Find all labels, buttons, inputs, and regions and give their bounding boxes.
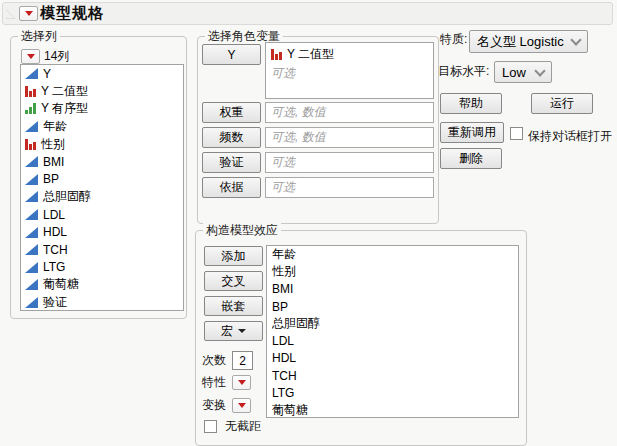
column-list-item[interactable]: TCH bbox=[21, 241, 183, 259]
nest-button[interactable]: 嵌套 bbox=[204, 296, 263, 316]
add-button[interactable]: 添加 bbox=[204, 246, 263, 266]
effects-group: 构造模型效应 添加交叉嵌套 宏 次数 2 特性 变换 无截距 年龄性别BMIBP… bbox=[195, 230, 527, 446]
effects-buttons: 添加交叉嵌套 bbox=[204, 246, 263, 316]
ordinal-column-icon bbox=[25, 103, 36, 114]
column-name: Y 有序型 bbox=[41, 100, 88, 117]
by-drop-zone[interactable]: 可选 bbox=[265, 177, 434, 198]
continuous-column-icon bbox=[25, 244, 38, 255]
weight-role-button[interactable]: 权重 bbox=[202, 102, 261, 123]
by-role-row: 依据可选 bbox=[198, 177, 438, 198]
column-name: 总胆固醇 bbox=[43, 188, 91, 205]
column-list-item[interactable]: Y bbox=[21, 65, 183, 83]
column-list-item[interactable]: 总胆固醇 bbox=[21, 188, 183, 206]
freq-drop-zone[interactable]: 可选, 数值 bbox=[265, 127, 434, 148]
continuous-column-icon bbox=[25, 174, 38, 185]
red-triangle-icon bbox=[238, 403, 246, 408]
degree-label: 次数 bbox=[202, 352, 226, 369]
select-columns-label: 选择列 bbox=[18, 29, 60, 43]
effects-list[interactable]: 年龄性别BMIBP总胆固醇LDLHDLTCHLTG葡萄糖 bbox=[266, 245, 519, 418]
macros-button[interactable]: 宏 bbox=[204, 321, 263, 341]
column-list-item[interactable]: HDL bbox=[21, 223, 183, 241]
effect-list-item[interactable]: 葡萄糖 bbox=[267, 402, 518, 418]
disclosure-triangle-icon[interactable] bbox=[6, 9, 16, 19]
effect-list-item[interactable]: BP bbox=[267, 298, 518, 315]
columns-red-triangle-button[interactable] bbox=[21, 49, 40, 64]
nominal-column-icon bbox=[25, 86, 36, 97]
continuous-column-icon bbox=[25, 191, 38, 202]
attributes-red-triangle-button[interactable] bbox=[232, 375, 251, 390]
remove-button[interactable]: 删除 bbox=[440, 148, 502, 169]
freq-role-button[interactable]: 频数 bbox=[202, 127, 261, 148]
red-triangle-menu-button[interactable] bbox=[19, 6, 38, 21]
effect-list-item[interactable]: 总胆固醇 bbox=[267, 315, 518, 332]
no-intercept-checkbox[interactable] bbox=[204, 420, 217, 433]
chevron-down-icon bbox=[570, 34, 581, 45]
validation-drop-zone[interactable]: 可选 bbox=[265, 152, 434, 173]
continuous-column-icon bbox=[25, 156, 38, 167]
personality-dropdown[interactable]: 名义型 Logistic bbox=[469, 30, 588, 53]
red-triangle-icon bbox=[238, 380, 246, 385]
effect-list-item[interactable]: BMI bbox=[267, 281, 518, 298]
no-intercept-label: 无截距 bbox=[225, 418, 261, 435]
target-level-dropdown[interactable]: Low bbox=[494, 61, 552, 83]
by-role-button[interactable]: 依据 bbox=[202, 177, 261, 198]
recall-button[interactable]: 重新调用 bbox=[440, 122, 504, 143]
column-name: HDL bbox=[43, 225, 67, 239]
effect-list-item[interactable]: HDL bbox=[267, 350, 518, 367]
column-name: 验证 bbox=[43, 294, 67, 311]
placeholder-text: 可选, 数值 bbox=[271, 104, 326, 121]
effect-list-item[interactable]: LDL bbox=[267, 332, 518, 349]
column-list-item[interactable]: 验证 bbox=[21, 294, 183, 311]
transform-row: 变换 bbox=[202, 397, 251, 414]
target-level-value: Low bbox=[502, 65, 526, 80]
y-assigned-item[interactable]: Y 二值型 bbox=[266, 43, 433, 63]
keep-dialog-open-checkbox[interactable] bbox=[510, 127, 523, 140]
column-list-item[interactable]: BMI bbox=[21, 153, 183, 171]
column-list-item[interactable]: BP bbox=[21, 171, 183, 189]
column-list-item[interactable]: LTG bbox=[21, 259, 183, 277]
run-button[interactable]: 运行 bbox=[531, 93, 593, 114]
validation-role-button[interactable]: 验证 bbox=[202, 152, 261, 173]
columns-count: 14列 bbox=[44, 48, 69, 65]
cross-button[interactable]: 交叉 bbox=[204, 271, 263, 291]
y-assigned-label: Y 二值型 bbox=[287, 46, 334, 63]
column-name: LDL bbox=[43, 208, 65, 222]
effect-list-item[interactable]: TCH bbox=[267, 367, 518, 384]
continuous-column-icon bbox=[25, 209, 38, 220]
transform-red-triangle-button[interactable] bbox=[232, 398, 251, 413]
continuous-column-icon bbox=[25, 68, 38, 79]
columns-list[interactable]: YY 二值型Y 有序型年龄性别BMIBP总胆固醇LDLHDLTCHLTG葡萄糖验… bbox=[20, 64, 184, 311]
attributes-row: 特性 bbox=[202, 374, 251, 391]
help-button[interactable]: 帮助 bbox=[440, 93, 502, 114]
y-drop-zone[interactable]: Y 二值型 可选 bbox=[265, 42, 434, 99]
column-list-item[interactable]: LDL bbox=[21, 206, 183, 224]
macros-button-wrap: 宏 bbox=[204, 321, 263, 341]
effect-list-item[interactable]: 年龄 bbox=[267, 246, 518, 263]
effect-list-item[interactable]: LTG bbox=[267, 384, 518, 401]
no-intercept-row: 无截距 bbox=[204, 418, 261, 435]
column-list-item[interactable]: 葡萄糖 bbox=[21, 276, 183, 294]
y-role-button[interactable]: Y bbox=[202, 44, 261, 65]
effect-list-item[interactable]: 性别 bbox=[267, 263, 518, 280]
column-list-item[interactable]: Y 二值型 bbox=[21, 83, 183, 101]
select-columns-group: 选择列 14列 YY 二值型Y 有序型年龄性别BMIBP总胆固醇LDLHDLTC… bbox=[10, 36, 187, 319]
attributes-label: 特性 bbox=[202, 374, 226, 391]
column-list-item[interactable]: 性别 bbox=[21, 135, 183, 153]
column-list-item[interactable]: Y 有序型 bbox=[21, 100, 183, 118]
degree-row: 次数 2 bbox=[202, 351, 253, 370]
black-dropdown-triangle-icon bbox=[238, 329, 246, 333]
weight-drop-zone[interactable]: 可选, 数值 bbox=[265, 102, 434, 123]
column-list-item[interactable]: 年龄 bbox=[21, 118, 183, 136]
roles-group: 选择角色变量 Y Y 二值型 可选 权重可选, 数值频数可选, 数值验证可选依据… bbox=[197, 36, 439, 224]
effects-label: 构造模型效应 bbox=[203, 223, 281, 237]
freq-role-row: 频数可选, 数值 bbox=[198, 127, 438, 148]
outline-header: 模型规格 bbox=[2, 2, 613, 25]
column-name: LTG bbox=[43, 260, 65, 274]
model-specification-dialog: 模型规格 选择列 14列 YY 二值型Y 有序型年龄性别BMIBP总胆固醇LDL… bbox=[0, 0, 617, 446]
roles-label: 选择角色变量 bbox=[205, 29, 283, 43]
placeholder-text: 可选, 数值 bbox=[271, 129, 326, 146]
columns-count-row: 14列 bbox=[21, 48, 69, 65]
weight-role-row: 权重可选, 数值 bbox=[198, 102, 438, 123]
degree-input[interactable]: 2 bbox=[232, 351, 253, 370]
column-name: 性别 bbox=[41, 136, 65, 153]
